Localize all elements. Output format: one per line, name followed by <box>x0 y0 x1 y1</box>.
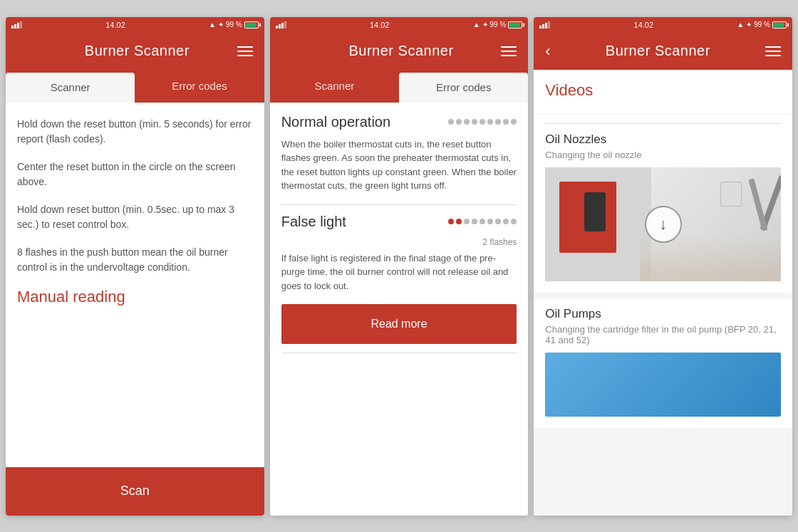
oil-nozzles-thumbnail[interactable]: ↓ <box>545 167 781 281</box>
status-right-3: ▲ ✦ 99 % <box>737 21 787 28</box>
download-arrow-icon: ↓ <box>659 217 667 232</box>
dot <box>472 219 477 224</box>
bar3 <box>17 23 19 28</box>
oil-pumps-thumbnail[interactable] <box>545 353 781 417</box>
bar4 <box>20 21 22 28</box>
bar2 <box>279 24 281 28</box>
error-false-light: False light 2 flas <box>281 214 517 293</box>
error-normal-operation: Normal operation W <box>281 114 517 193</box>
back-button[interactable]: ‹ <box>545 42 550 61</box>
false-light-header: False light <box>281 214 517 230</box>
signal-bars-2 <box>276 21 286 28</box>
phone-on-box <box>584 192 606 231</box>
status-bar-2: 14.02 ▲ ✦ 99 % <box>270 17 529 33</box>
bluetooth-icon: ✦ <box>218 21 224 28</box>
battery-icon-3 <box>772 21 787 28</box>
hamburger-line <box>237 55 253 56</box>
dot <box>480 219 485 224</box>
arrow-icon: ▲ <box>209 21 216 28</box>
oil-pumps-title: Oil Pumps <box>545 307 781 321</box>
dot <box>464 219 470 224</box>
hamburger-line <box>237 51 253 52</box>
dot-red <box>448 219 454 224</box>
arrow-icon-2: ▲ <box>473 21 480 28</box>
tabs-1: Scanner Error codes <box>6 70 264 103</box>
app-header-2: Burner Scanner <box>270 33 529 70</box>
screen-2: 14.02 ▲ ✦ 99 % Burner Scanner Sc <box>270 17 529 516</box>
instruction-1: Hold down the reset button (min. 5 secon… <box>17 117 253 147</box>
tab-scanner-1[interactable]: Scanner <box>6 73 135 103</box>
oil-pumps-desc: Changing the cartridge filter in the oil… <box>545 324 781 345</box>
jar <box>720 182 742 207</box>
app-header-3: ‹ Burner Scanner <box>534 33 792 70</box>
battery-fill-2 <box>509 23 519 27</box>
screen3-scroll: Videos Oil Nozzles Changing the oil nozz… <box>534 70 792 516</box>
battery-pct: 99 % <box>226 21 242 28</box>
download-icon: ↓ <box>645 206 682 243</box>
bar2 <box>542 24 544 28</box>
dot <box>480 119 485 125</box>
hamburger-line <box>501 55 517 56</box>
screen-1: 14.02 ▲ ✦ 99 % Burner Scanner Sc <box>6 17 264 516</box>
tab-scanner-2[interactable]: Scanner <box>270 70 399 103</box>
menu-button-2[interactable] <box>501 46 517 56</box>
tabs-2: Scanner Error codes <box>270 70 529 103</box>
instructions-area: Hold down the reset button (min. 5 secon… <box>6 103 264 467</box>
divider-nozzles <box>545 123 781 124</box>
scan-button[interactable]: Scan <box>6 467 264 516</box>
dot <box>487 219 493 224</box>
hamburger-line <box>765 51 781 52</box>
signal-area-2 <box>276 21 286 28</box>
screen-3: 14.02 ▲ ✦ 99 % ‹ Burner Scanner <box>534 17 792 516</box>
menu-button-1[interactable] <box>237 46 253 56</box>
status-time-2: 14.02 <box>370 21 390 29</box>
normal-op-desc: When the boiler thermostat cuts in, the … <box>281 137 517 193</box>
normal-op-dots <box>448 119 517 125</box>
bar1 <box>276 26 278 28</box>
bar1 <box>539 26 542 28</box>
battery-icon-2 <box>508 21 522 28</box>
status-right: ▲ ✦ 99 % <box>209 21 259 28</box>
screen1-content: Hold down the reset button (min. 5 secon… <box>6 103 264 516</box>
app-title-1: Burner Scanner <box>85 43 190 59</box>
error-list: Normal operation W <box>270 103 529 516</box>
hamburger-line <box>501 51 517 52</box>
dot <box>503 119 509 125</box>
oil-nozzles-title: Oil Nozzles <box>545 132 781 147</box>
false-light-dots <box>448 219 517 224</box>
dot <box>511 119 517 125</box>
status-right-2: ▲ ✦ 99 % <box>473 21 523 28</box>
menu-button-3[interactable] <box>765 46 781 56</box>
false-light-title: False light <box>281 214 346 230</box>
screen2-content: Normal operation W <box>270 103 529 516</box>
battery-icon <box>244 21 259 28</box>
read-more-button[interactable]: Read more <box>281 304 517 344</box>
dot <box>503 219 509 224</box>
signal-area <box>11 21 22 28</box>
tab-error-2[interactable]: Error codes <box>399 73 528 103</box>
oil-nozzles-desc: Changing the oil nozzle <box>545 150 781 160</box>
signal-bars-3 <box>539 21 550 28</box>
dot <box>456 119 462 125</box>
bar4 <box>284 21 286 28</box>
hamburger-line <box>501 46 517 48</box>
divider-1 <box>281 204 517 205</box>
bar4 <box>548 21 550 28</box>
signal-bars <box>11 21 22 28</box>
status-bar-1: 14.02 ▲ ✦ 99 % <box>6 17 264 33</box>
normal-op-header: Normal operation <box>281 114 517 130</box>
dot <box>448 119 454 125</box>
bar3 <box>281 23 284 28</box>
false-light-desc: If false light is registered in the fina… <box>281 251 517 293</box>
tab-error-1[interactable]: Error codes <box>135 70 264 103</box>
dot-red <box>456 219 462 224</box>
videos-heading-area: Videos <box>534 70 792 114</box>
app-header-1: Burner Scanner <box>6 33 264 70</box>
dot <box>495 119 501 125</box>
dot <box>495 219 501 224</box>
hamburger-line <box>237 46 253 48</box>
videos-title: Videos <box>545 81 781 100</box>
battery-fill <box>246 23 256 27</box>
battery-pct-3: 99 % <box>754 21 770 28</box>
app-title-3: Burner Scanner <box>606 43 710 59</box>
